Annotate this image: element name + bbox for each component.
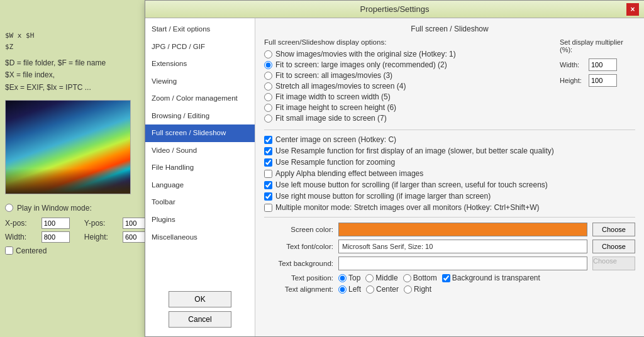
align-center-radio[interactable]: [366, 285, 374, 294]
pos-bottom-option[interactable]: Bottom: [403, 273, 437, 282]
nav-item-browsing-editing[interactable]: Browsing / Editing: [145, 108, 255, 125]
radio-opt6[interactable]: [264, 104, 272, 112]
checkbox-chk5[interactable]: [264, 181, 272, 189]
align-left-label: Left: [348, 285, 361, 294]
width-mult-label: Width:: [560, 61, 585, 69]
cancel-button[interactable]: Cancel: [169, 311, 231, 328]
screen-color-swatch[interactable]: [338, 223, 587, 236]
radio-opt1[interactable]: [264, 50, 272, 58]
radio-label-opt5: Fit image width to screen width (5): [275, 92, 391, 101]
checkbox-row-chk1: Center image on screen (Hotkey: C): [264, 135, 635, 144]
text-alignment-row: Text alignment: Left Center Right: [264, 285, 635, 294]
pos-middle-radio[interactable]: [365, 274, 374, 282]
bg-transparent-checkbox[interactable]: [442, 274, 450, 282]
checkboxes: Center image on screen (Hotkey: C)Use Re…: [264, 135, 635, 212]
align-left-radio[interactable]: [338, 285, 347, 294]
nav-item-viewing[interactable]: Viewing: [145, 73, 255, 91]
text-bg-row: Text background: Choose: [264, 257, 635, 270]
play-window-radio[interactable]: [5, 204, 13, 212]
pos-bottom-radio[interactable]: [403, 274, 411, 282]
radio-opt2[interactable]: [264, 61, 272, 69]
align-center-option[interactable]: Center: [366, 285, 399, 294]
bg-transparent-option[interactable]: Background is transparent: [442, 273, 540, 282]
checkbox-label-chk5: Use left mouse button for scrolling (if …: [275, 180, 548, 189]
text-font-row: Text font/color: Microsoft Sans Serif, S…: [264, 240, 635, 253]
checkbox-chk3[interactable]: [264, 158, 272, 167]
height-multiplier-row: Height:: [560, 74, 635, 87]
radio-label-opt2: Fit to screen: large images only (recomm…: [275, 60, 447, 69]
nav-item-jpg-pcd-gif[interactable]: JPG / PCD / GIF: [145, 38, 255, 56]
nav-item-toolbar[interactable]: Toolbar: [145, 194, 255, 211]
centered-checkbox[interactable]: [5, 246, 13, 255]
close-button[interactable]: ×: [626, 3, 639, 16]
coords-area: X-pos: Y-pos: Width: Height:: [5, 218, 162, 243]
nav-item-miscellaneous[interactable]: Miscellaneous: [145, 229, 255, 246]
nav-item-zoom-color[interactable]: Zoom / Color management: [145, 90, 255, 108]
checkbox-chk6[interactable]: [264, 192, 272, 201]
xpos-label: X-pos:: [5, 219, 38, 228]
play-window-label: Play in Window mode:: [17, 204, 92, 213]
align-left-option[interactable]: Left: [338, 285, 361, 294]
ok-button[interactable]: OK: [169, 291, 231, 307]
checkbox-chk7[interactable]: [264, 204, 272, 212]
width-multiplier-row: Width:: [560, 58, 635, 71]
pos-top-radio[interactable]: [338, 274, 347, 282]
radio-label-opt1: Show images/movies with the original siz…: [275, 50, 456, 58]
radio-option-opt2: Fit to screen: large images only (recomm…: [264, 60, 553, 69]
pos-middle-option[interactable]: Middle: [365, 273, 397, 282]
content-panel: Full screen / Slideshow Full screen/Slid…: [255, 18, 644, 336]
nav-item-file-handling[interactable]: File Handling: [145, 159, 255, 177]
radio-opt5[interactable]: [264, 93, 272, 101]
screen-color-choose-button[interactable]: Choose: [592, 223, 635, 236]
bg-transparent-label: Background is transparent: [452, 273, 540, 282]
display-options-row: Full screen/Slideshow display options: S…: [264, 38, 635, 124]
divider-1: [264, 130, 635, 130]
height-mult-input[interactable]: [589, 74, 617, 87]
checkbox-row-chk7: Multiple monitor mode: Stretch images ov…: [264, 203, 635, 212]
align-center-label: Center: [376, 285, 399, 294]
radio-label-opt4: Stretch all images/movies to screen (4): [275, 82, 406, 91]
nav-buttons: OK Cancel: [145, 285, 255, 334]
text-bg-label: Text background:: [264, 260, 333, 267]
width-mult-input[interactable]: [589, 58, 617, 71]
nav-item-fullscreen-slideshow[interactable]: Full screen / Slideshow: [145, 124, 255, 142]
pos-top-label: Top: [348, 273, 360, 282]
align-right-radio[interactable]: [404, 285, 412, 294]
pos-middle-label: Middle: [375, 273, 397, 282]
pos-top-option[interactable]: Top: [338, 273, 360, 282]
checkbox-row-chk2: Use Resample function for first display …: [264, 146, 635, 155]
dialog-body: Start / Exit optionsJPG / PCD / GIFExten…: [145, 18, 644, 336]
multiplier-label: Set display multiplier (%):: [560, 38, 635, 53]
width-input[interactable]: [42, 231, 70, 243]
nav-item-extensions[interactable]: Extensions: [145, 55, 255, 73]
align-right-label: Right: [414, 285, 431, 294]
text-font-choose-button[interactable]: Choose: [592, 240, 635, 253]
pos-bottom-label: Bottom: [413, 273, 437, 282]
nav-item-video-sound[interactable]: Video / Sound: [145, 142, 255, 160]
radio-opt3[interactable]: [264, 72, 272, 80]
width-label: Width:: [5, 233, 38, 241]
radio-option-opt7: Fit small image side to screen (7): [264, 114, 553, 123]
centered-row: Centered: [5, 246, 162, 255]
nav-item-start-exit[interactable]: Start / Exit options: [145, 21, 255, 38]
xpos-input[interactable]: [42, 218, 70, 229]
variables-text: $W x $H $Z $D = file folder, $F = file n…: [5, 30, 162, 94]
radio-option-opt6: Fit image height to screen height (6): [264, 103, 553, 112]
checkbox-chk4[interactable]: [264, 170, 272, 178]
radio-option-opt1: Show images/movies with the original siz…: [264, 50, 553, 58]
nav-item-language[interactable]: Language: [145, 177, 255, 194]
radio-opt7[interactable]: [264, 114, 272, 123]
checkbox-chk2[interactable]: [264, 147, 272, 155]
nav-item-plugins[interactable]: Plugins: [145, 211, 255, 229]
radio-option-opt4: Stretch all images/movies to screen (4): [264, 82, 553, 91]
radio-options: Show images/movies with the original siz…: [264, 50, 553, 123]
radio-opt4[interactable]: [264, 82, 272, 91]
ypos-label: Y-pos:: [84, 219, 119, 228]
checkbox-chk1[interactable]: [264, 136, 272, 144]
nav-list: Start / Exit optionsJPG / PCD / GIFExten…: [145, 21, 255, 246]
align-right-option[interactable]: Right: [404, 285, 431, 294]
radio-option-opt3: Fit to screen: all images/movies (3): [264, 71, 553, 80]
preview-image: [5, 100, 131, 194]
text-font-label: Text font/color:: [264, 243, 333, 250]
text-font-value: Microsoft Sans Serif, Size: 10: [338, 240, 587, 253]
